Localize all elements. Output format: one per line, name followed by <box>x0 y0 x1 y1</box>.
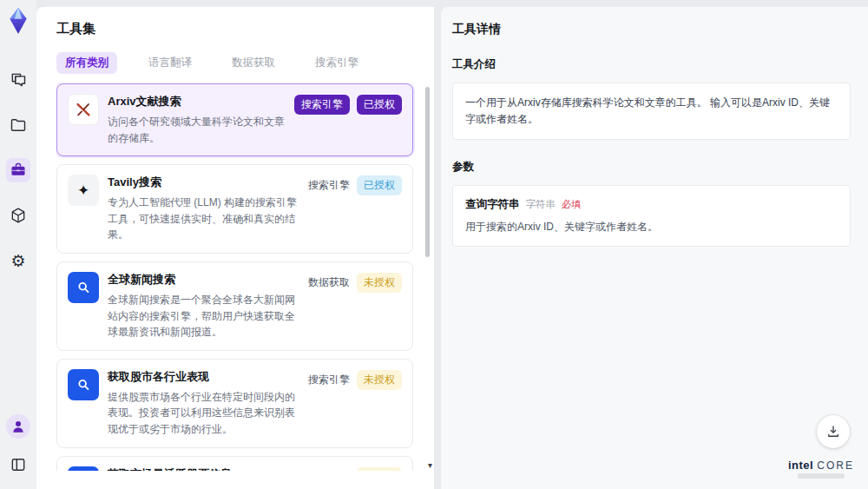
category-label: 数据获取 <box>308 275 350 290</box>
scroll-down-arrow[interactable]: ▾ <box>428 461 432 470</box>
tool-card-tavily[interactable]: ✦ Tavily搜索 专为人工智能代理 (LLM) 构建的搜索引擎工具，可快速提… <box>56 164 413 254</box>
params-heading: 参数 <box>452 160 851 175</box>
tab-search-engine[interactable]: 搜索引擎 <box>306 52 367 74</box>
news-search-icon <box>68 369 99 400</box>
arxiv-logo-icon <box>68 94 99 125</box>
param-card: 查询字符串 字符串 必填 用于搜索的Arxiv ID、关键字或作者姓名。 <box>452 185 851 247</box>
category-badge: 搜索引擎 <box>294 95 350 115</box>
news-search-icon <box>68 272 99 303</box>
intel-core-logo: intel CORE <box>788 459 854 479</box>
tool-list-panel: 工具集 所有类别 语言翻译 数据获取 搜索引擎 Arxiv文献搜索 访问各个研究… <box>36 7 434 489</box>
param-description: 用于搜索的Arxiv ID、关键字或作者姓名。 <box>465 220 838 235</box>
intro-text: 一个用于从Arxiv存储库搜索科学论文和文章的工具。 输入可以是Arxiv ID… <box>465 95 838 128</box>
tool-list: Arxiv文献搜索 访问各个研究领域大量科学论文和文章的存储库。 搜索引擎 已授… <box>56 83 420 471</box>
tool-title: 获取股市各行业表现 <box>108 369 299 385</box>
tab-language-translation[interactable]: 语言翻译 <box>140 52 201 74</box>
detail-title: 工具详情 <box>452 22 851 37</box>
auth-status-badge: 已授权 <box>357 95 402 115</box>
tool-description: 访问各个研究领域大量科学论文和文章的存储库。 <box>108 114 286 146</box>
tool-card-arxiv[interactable]: Arxiv文献搜索 访问各个研究领域大量科学论文和文章的存储库。 搜索引擎 已授… <box>56 83 413 156</box>
page-title: 工具集 <box>56 21 420 37</box>
intro-heading: 工具介绍 <box>452 57 851 72</box>
toolbox-icon[interactable] <box>6 158 30 182</box>
auth-status-badge: 未授权 <box>357 467 402 471</box>
intro-card: 一个用于从Arxiv存储库搜索科学论文和文章的工具。 输入可以是Arxiv ID… <box>452 83 851 140</box>
tab-data-fetch[interactable]: 数据获取 <box>223 52 284 74</box>
tool-card-active-stocks[interactable]: 获取市场最活跃股票信息 提供当天交易量最高的股票列表，投资者可以利用这些信息来识… <box>56 456 413 471</box>
category-tabs: 所有类别 语言翻译 数据获取 搜索引擎 <box>56 52 420 74</box>
tool-card-global-news[interactable]: 全球新闻搜索 全球新闻搜索是一个聚合全球各大新闻网站内容的搜索引擎，帮助用户快速… <box>56 261 413 351</box>
tavily-star-icon: ✦ <box>68 175 99 206</box>
tool-description: 专为人工智能代理 (LLM) 构建的搜索引擎工具，可快速提供实时、准确和真实的结… <box>108 195 299 243</box>
auth-status-badge: 未授权 <box>357 273 402 293</box>
category-label: 搜索引擎 <box>308 470 350 471</box>
gear-glyph: ⚙ <box>10 253 25 269</box>
param-required-flag: 必填 <box>562 198 581 211</box>
user-icon[interactable] <box>6 414 30 439</box>
news-search-icon <box>68 466 99 471</box>
app-logo <box>7 7 30 35</box>
tool-card-sector-performance[interactable]: 获取股市各行业表现 提供股票市场各个行业在特定时间段内的表现。投资者可以利用这些… <box>56 359 413 448</box>
chat-icon[interactable] <box>6 68 30 92</box>
download-button[interactable] <box>817 415 850 448</box>
left-icon-rail: ⚙ <box>0 0 36 489</box>
tab-all-categories[interactable]: 所有类别 <box>56 52 117 74</box>
tool-description: 全球新闻搜索是一个聚合全球各大新闻网站内容的搜索引擎，帮助用户快速获取全球最新资… <box>108 292 299 340</box>
tool-title: Arxiv文献搜索 <box>108 94 286 109</box>
scrollbar-thumb[interactable] <box>425 87 430 257</box>
download-icon <box>825 424 841 439</box>
auth-status-badge: 未授权 <box>357 370 402 390</box>
cube-icon[interactable] <box>6 203 30 228</box>
tool-description: 提供股票市场各个行业在特定时间段内的表现。投资者可以利用这些信息来识别表现优于或… <box>108 389 299 438</box>
tool-detail-panel: 工具详情 工具介绍 一个用于从Arxiv存储库搜索科学论文和文章的工具。 输入可… <box>441 7 868 489</box>
panel-toggle-icon[interactable] <box>6 453 30 477</box>
category-label: 搜索引擎 <box>308 178 350 193</box>
tool-title: 全球新闻搜索 <box>108 272 299 287</box>
brand-intel: intel <box>788 459 813 472</box>
folder-icon[interactable] <box>6 113 30 137</box>
brand-core: CORE <box>817 459 854 472</box>
scrollbar-track[interactable] <box>425 82 430 464</box>
brand-subline <box>798 473 845 479</box>
settings-gear-icon[interactable]: ⚙ <box>6 248 30 273</box>
param-type: 字符串 <box>526 198 556 211</box>
param-name: 查询字符串 <box>465 197 520 212</box>
auth-status-badge: 已授权 <box>357 175 402 195</box>
tool-title: 获取市场最活跃股票信息 <box>108 466 299 471</box>
category-label: 搜索引擎 <box>308 373 350 387</box>
tool-title: Tavily搜索 <box>108 175 299 190</box>
